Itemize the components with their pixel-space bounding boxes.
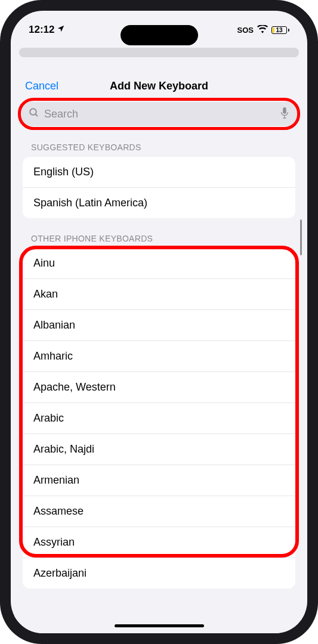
list-item[interactable]: Armenian [23,465,295,496]
list-item[interactable]: Spanish (Latin America) [23,188,295,218]
list-item[interactable]: Arabic, Najdi [23,434,295,465]
search-bar[interactable] [21,102,297,126]
list-item[interactable]: Albanian [23,310,295,341]
background-sheet [19,48,299,57]
list-item[interactable]: English (US) [23,157,295,188]
list-item[interactable]: Azerbaijani [23,558,295,589]
search-icon [29,107,39,120]
list-item[interactable]: Amharic [23,341,295,372]
list-item[interactable]: Apache, Western [23,372,295,403]
wifi-icon [257,25,268,35]
status-time: 12:12 [29,24,54,36]
search-input[interactable] [44,108,275,120]
other-section-header: OTHER IPHONE KEYBOARDS [14,218,304,248]
dynamic-island [121,25,198,45]
cancel-button[interactable]: Cancel [25,80,58,92]
microphone-icon[interactable] [280,107,289,121]
list-item[interactable]: Assamese [23,496,295,527]
sos-label: SOS [237,26,254,35]
list-item[interactable]: Arabic [23,403,295,434]
list-item[interactable]: Assyrian [23,527,295,558]
home-indicator[interactable] [115,624,204,627]
svg-point-0 [30,109,36,115]
location-icon [57,24,65,36]
other-keyboards-list: Ainu Akan Albanian Amharic Apache, Weste… [23,248,295,589]
svg-rect-2 [283,107,286,114]
screen: 12:12 SOS 13 [11,11,307,633]
suggested-keyboards-list: English (US) Spanish (Latin America) [23,157,295,218]
modal-sheet: Cancel Add New Keyboard SUGGE [14,70,304,633]
list-item[interactable]: Ainu [23,248,295,279]
sheet-header: Cancel Add New Keyboard [14,70,304,100]
list-item[interactable]: Akan [23,279,295,310]
battery-percent: 13 [276,27,282,33]
suggested-section-header: SUGGESTED KEYBOARDS [14,135,304,157]
svg-line-1 [35,114,38,116]
scroll-indicator[interactable] [300,219,302,255]
battery-indicator: 13 [271,26,289,34]
sheet-title: Add New Keyboard [110,80,208,92]
phone-frame: 12:12 SOS 13 [0,0,318,644]
